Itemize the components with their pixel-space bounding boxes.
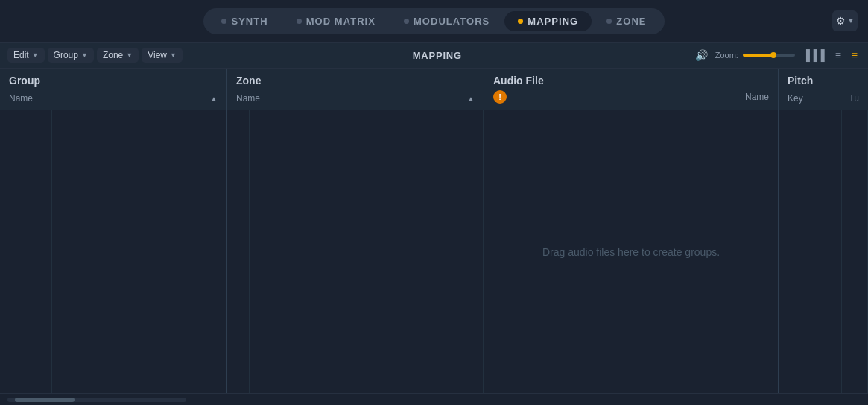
zone-col-top: Zone xyxy=(236,75,475,87)
bars-view-button[interactable]: ▐▐▐ xyxy=(799,48,828,63)
edit-label: Edit xyxy=(13,50,29,60)
group-body-col xyxy=(0,110,227,393)
tab-mod-matrix[interactable]: MOD MATRIX xyxy=(283,11,389,31)
table-body: Drag audio files here to create groups. xyxy=(0,110,868,393)
warning-icon: ! xyxy=(493,90,507,104)
scrollbar-area xyxy=(0,393,868,405)
audio-col-name: Name xyxy=(745,92,769,102)
mod-matrix-dot xyxy=(297,19,302,24)
pitch-subcols xyxy=(779,110,868,393)
audio-col-bottom: ! Name xyxy=(493,90,769,104)
zoom-label: Zoom: xyxy=(715,51,738,60)
zone-subcol-1 xyxy=(227,110,250,393)
zone-col-name: Name xyxy=(236,93,260,104)
tab-zone[interactable]: ZONE xyxy=(593,11,659,31)
group-menu-button[interactable]: Group ▼ xyxy=(48,48,94,63)
gear-icon: ⚙ xyxy=(836,15,846,27)
synth-dot xyxy=(221,19,226,24)
tab-mod-matrix-label: MOD MATRIX xyxy=(306,16,376,27)
tab-mapping[interactable]: MAPPING xyxy=(504,11,592,31)
view-chevron-icon: ▼ xyxy=(170,51,177,59)
modulators-dot xyxy=(404,19,409,24)
zoom-slider-fill xyxy=(743,54,773,57)
tab-synth-label: SYNTH xyxy=(231,16,267,27)
tab-modulators[interactable]: MODULATORS xyxy=(390,11,503,31)
tab-zone-label: ZONE xyxy=(616,16,646,27)
grid-icon: ≡ xyxy=(852,49,858,61)
pitch-subcol-1 xyxy=(779,110,842,393)
zone-subcols xyxy=(227,110,484,393)
pitch-body-col xyxy=(779,110,868,393)
audio-body-col: Drag audio files here to create groups. xyxy=(484,110,779,393)
zone-sort-icon[interactable]: ▲ xyxy=(467,95,475,103)
col-audio-header: Audio File ! Name xyxy=(484,69,779,110)
group-label: Group xyxy=(54,50,78,60)
view-label: View xyxy=(148,50,167,60)
toolbar-right: 🔊 Zoom: ▐▐▐ ≡ ≡ xyxy=(692,48,861,63)
zone-menu-button[interactable]: Zone ▼ xyxy=(97,48,139,63)
group-subcol-1 xyxy=(0,110,52,393)
toolbar-title: MAPPING xyxy=(186,50,689,61)
col-pitch-header: Pitch Key Tu xyxy=(779,69,868,110)
zoom-slider[interactable] xyxy=(743,54,795,57)
list-view-button[interactable]: ≡ xyxy=(832,48,844,63)
zone-label: Zone xyxy=(103,50,123,60)
group-sort-icon[interactable]: ▲ xyxy=(210,95,218,103)
col-zone-header: Zone Name ▲ xyxy=(227,69,484,110)
group-col-top: Group xyxy=(9,75,218,87)
pitch-col-top: Pitch xyxy=(788,75,859,87)
edit-menu-button[interactable]: Edit ▼ xyxy=(7,48,45,63)
grid-view-button[interactable]: ≡ xyxy=(849,48,861,63)
zone-col-bottom: Name ▲ xyxy=(236,93,475,104)
tab-mapping-label: MAPPING xyxy=(528,16,578,27)
table-header: Group Name ▲ Zone Name ▲ Audio File ! Na… xyxy=(0,69,868,110)
zone-chevron-icon: ▼ xyxy=(126,51,133,59)
group-subcol-2 xyxy=(52,110,226,393)
col-group-header: Group Name ▲ xyxy=(0,69,227,110)
zone-body-col xyxy=(227,110,484,393)
pitch-col-key: Key xyxy=(788,93,803,104)
pitch-col-tu: Tu xyxy=(849,93,859,104)
speaker-button[interactable]: 🔊 xyxy=(692,48,711,63)
scrollbar-thumb[interactable] xyxy=(15,398,75,402)
speaker-icon: 🔊 xyxy=(695,49,708,61)
pitch-subcol-2 xyxy=(842,110,868,393)
view-menu-button[interactable]: View ▼ xyxy=(142,48,183,63)
group-col-bottom: Name ▲ xyxy=(9,93,218,104)
zone-dot xyxy=(606,19,612,24)
tab-modulators-label: MODULATORS xyxy=(414,16,490,27)
scrollbar-track[interactable] xyxy=(7,398,186,402)
drag-hint: Drag audio files here to create groups. xyxy=(542,246,720,258)
mapping-dot xyxy=(518,19,523,24)
nav-tabs: SYNTH MOD MATRIX MODULATORS MAPPING ZONE xyxy=(203,8,664,34)
group-col-name: Name xyxy=(9,93,33,104)
group-chevron-icon: ▼ xyxy=(81,51,88,59)
edit-chevron-icon: ▼ xyxy=(32,51,39,59)
list-icon: ≡ xyxy=(835,49,841,61)
pitch-col-bottom: Key Tu xyxy=(788,93,859,104)
top-nav: SYNTH MOD MATRIX MODULATORS MAPPING ZONE… xyxy=(0,0,868,42)
gear-button[interactable]: ⚙ ▼ xyxy=(832,10,858,31)
group-subcols xyxy=(0,110,226,393)
zoom-slider-thumb xyxy=(770,52,776,58)
tab-synth[interactable]: SYNTH xyxy=(208,11,281,31)
zone-subcol-2 xyxy=(250,110,484,393)
audio-col-top: Audio File xyxy=(493,75,769,87)
gear-chevron-icon: ▼ xyxy=(848,17,855,25)
bars-icon: ▐▐▐ xyxy=(802,49,825,61)
toolbar: Edit ▼ Group ▼ Zone ▼ View ▼ MAPPING 🔊 Z… xyxy=(0,42,868,69)
